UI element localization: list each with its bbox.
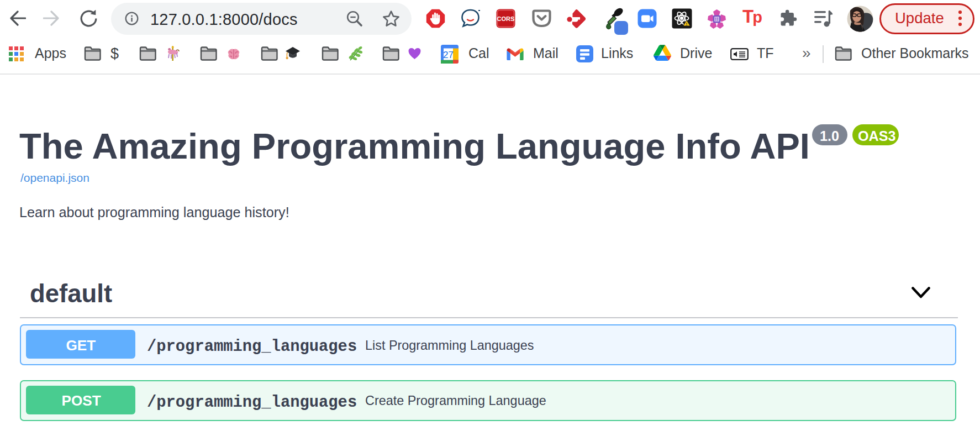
svg-text:!: ! [686,22,688,27]
svg-text:27: 27 [443,50,454,60]
svg-text:CORS: CORS [497,15,515,22]
